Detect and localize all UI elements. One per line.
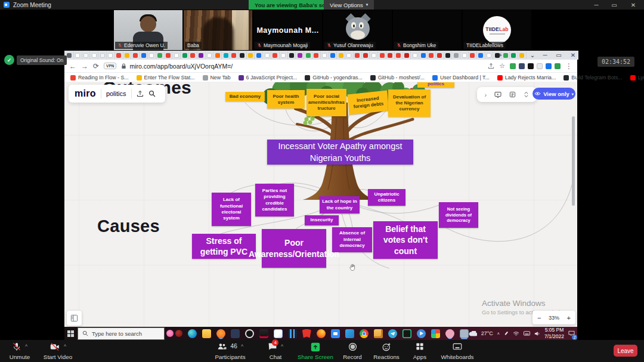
brain-app-icon[interactable]: [445, 329, 454, 338]
keyboard-icon[interactable]: [524, 331, 530, 336]
start-video-button[interactable]: ˄Start Video: [31, 342, 85, 360]
browser-tab[interactable]: [510, 51, 518, 59]
tab-search-icon[interactable]: ⌄: [528, 51, 537, 60]
action-center-button[interactable]: 2: [568, 328, 575, 339]
cause-node[interactable]: Belief that votes don't count: [373, 221, 438, 259]
board-scrollbar[interactable]: [572, 116, 575, 206]
outcome-sticky-note[interactable]: Increased foreign debts: [347, 91, 389, 115]
weather-cloud-icon[interactable]: [469, 331, 477, 336]
browser-tab[interactable]: [337, 51, 345, 59]
browser-tab[interactable]: [386, 51, 395, 59]
browser-tab[interactable]: [222, 51, 230, 59]
firefox-icon[interactable]: [317, 329, 326, 338]
browser-tab[interactable]: [345, 51, 354, 59]
notes-icon[interactable]: [509, 91, 516, 98]
browser-tab[interactable]: [131, 51, 140, 59]
browser-tab[interactable]: [280, 51, 288, 59]
browser-tab[interactable]: [123, 51, 132, 59]
participant-tile[interactable]: Bongshim Uke: [393, 10, 462, 50]
browser-tab[interactable]: [469, 51, 477, 59]
miro-board[interactable]: Outcomes Causes: [64, 82, 577, 327]
extension-icon[interactable]: [519, 63, 525, 69]
chevron-up-icon[interactable]: ˄: [25, 343, 28, 348]
browser-tab[interactable]: [419, 51, 428, 59]
browser-tab[interactable]: [354, 51, 362, 59]
browser-tab[interactable]: [82, 51, 91, 59]
bookmark-item[interactable]: New Tab: [203, 75, 231, 81]
media-player-icon[interactable]: [417, 329, 426, 338]
chrome-icon[interactable]: [360, 329, 369, 338]
palette-app-icon[interactable]: [431, 329, 440, 338]
export-icon[interactable]: [137, 90, 144, 97]
browser-tab[interactable]: [189, 51, 197, 59]
chevron-right-icon[interactable]: ›: [485, 91, 487, 98]
browser-tab[interactable]: [370, 51, 378, 59]
outcome-sticky-note[interactable]: Bad economy: [225, 92, 265, 101]
browser-tab[interactable]: [172, 51, 181, 59]
browser-tab[interactable]: [165, 51, 173, 59]
chevron-up-icon[interactable]: ˄: [64, 343, 67, 348]
bookmark-item[interactable]: GitHub - yogendras...: [305, 75, 363, 81]
frames-panel-button[interactable]: [67, 311, 82, 326]
obs-icon[interactable]: [245, 329, 254, 338]
browser-tab[interactable]: [395, 51, 403, 59]
bookmark-item[interactable]: Enter The Flow Stat...: [137, 75, 195, 81]
browser-tab[interactable]: [288, 51, 296, 59]
wifi-icon[interactable]: [513, 331, 519, 336]
browser-tab[interactable]: [115, 51, 123, 59]
url-box[interactable]: miro.com/app/board/uXjVOorqAYM=/: [121, 63, 483, 70]
browser-tab[interactable]: [255, 51, 263, 59]
browser-tab[interactable]: [197, 51, 206, 59]
taskbar-clock[interactable]: 5:05 PM 7/1/2022: [544, 327, 564, 339]
browser-minimize-button[interactable]: ─: [540, 51, 550, 60]
share-page-icon[interactable]: [488, 63, 494, 69]
browser-tab[interactable]: [444, 51, 453, 59]
participant-tile[interactable]: Yusuf Olanrewaju: [323, 10, 392, 50]
cause-node[interactable]: Poor Awareness/Orientation: [262, 229, 326, 268]
search-highlight-graphic[interactable]: [175, 330, 182, 337]
cause-node[interactable]: Lack of hope in the country: [320, 196, 360, 214]
browser-tab[interactable]: [485, 51, 494, 59]
browser-tab[interactable]: [263, 51, 271, 59]
browser-tab[interactable]: [206, 51, 214, 59]
bookmark-item[interactable]: 6 JavaScript Project...: [239, 75, 298, 81]
browser-tab[interactable]: [312, 51, 321, 59]
bookmark-item[interactable]: Reading In Flow - S...: [70, 75, 129, 81]
browser-tab[interactable]: [362, 51, 370, 59]
taskbar-search-input[interactable]: Type here to search: [78, 327, 165, 340]
browser-tab[interactable]: [213, 51, 222, 59]
browser-tab[interactable]: [74, 51, 82, 59]
outcome-sticky-note[interactable]: politics: [417, 82, 454, 88]
zoom-in-button[interactable]: +: [567, 314, 571, 321]
extension-icon[interactable]: [528, 63, 534, 69]
browser-tab[interactable]: [271, 51, 280, 59]
forward-icon[interactable]: →: [81, 63, 88, 70]
browser-tab[interactable]: [329, 51, 338, 59]
browser-tab[interactable]: [460, 51, 469, 59]
pycharm-icon[interactable]: [402, 329, 411, 338]
cause-node[interactable]: Unpatriotic citizens: [368, 189, 405, 206]
reload-icon[interactable]: ⟳: [93, 63, 99, 70]
vpn-extension-icon[interactable]: VPN: [104, 63, 116, 69]
board-name[interactable]: politics: [106, 90, 126, 97]
collapse-icon[interactable]: [524, 91, 529, 98]
word-doc-icon[interactable]: [274, 329, 283, 338]
browser-tab[interactable]: [452, 51, 460, 59]
back-icon[interactable]: ←: [69, 63, 76, 70]
file-explorer-icon[interactable]: [202, 329, 211, 338]
brave-icon[interactable]: [302, 329, 311, 338]
browser-tab[interactable]: [239, 51, 247, 59]
browser-tab[interactable]: [321, 51, 329, 59]
browser-tab[interactable]: [107, 51, 115, 59]
mp3-tool-icon[interactable]: [259, 329, 268, 338]
new-tab-button[interactable]: +: [496, 51, 505, 60]
browser-tab[interactable]: [378, 51, 386, 59]
browser-tab[interactable]: [156, 51, 165, 59]
browser-tab[interactable]: [477, 51, 485, 59]
bookmark-star-icon[interactable]: ☆: [499, 63, 505, 69]
pen-icon[interactable]: [504, 331, 509, 336]
leave-button[interactable]: Leave: [614, 345, 637, 357]
speaker-icon[interactable]: [534, 331, 540, 336]
browser-tab[interactable]: [140, 51, 148, 59]
brave-beta-icon[interactable]: [216, 329, 225, 338]
